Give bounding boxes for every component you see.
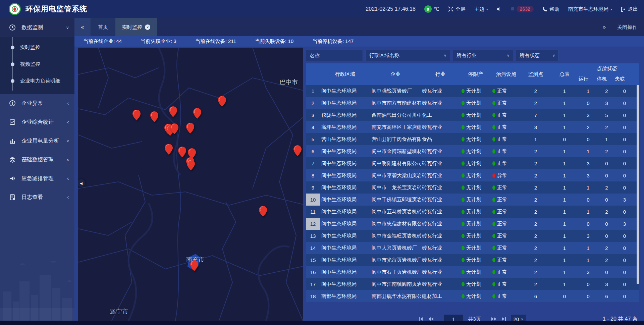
sidebar-item-2[interactable]: 企业异常< [0, 94, 74, 113]
sidebar-subitem-视频监控[interactable]: 视频监控 [0, 56, 74, 72]
halted-count-cell: 0 [597, 173, 616, 178]
region-cell: 阆中生态环境局 [320, 148, 370, 155]
table-row[interactable]: 12阆中生态环境局阆中市忠信建材有限公砖瓦行业无计划正常21003 [306, 218, 639, 230]
close-operations-button[interactable]: 关闭操作 [617, 24, 637, 31]
table-row[interactable]: 13阆中生态环境局阆中市金福旺页岩机砖砖瓦行业无计划正常21300 [306, 230, 639, 242]
map-pin-icon[interactable] [193, 108, 201, 119]
map-pin-icon[interactable] [169, 106, 177, 117]
monitor-points-cell: 2 [521, 281, 550, 287]
map-pin-icon[interactable] [187, 160, 195, 170]
map-pin-icon[interactable] [165, 144, 173, 155]
lost-count-cell: 0 [616, 293, 633, 299]
sidebar-subitem-实时监控[interactable]: 实时监控 [0, 39, 74, 56]
tabs-scroll-right-button[interactable]: » [603, 24, 606, 31]
total-meter-cell: 1 [550, 209, 579, 215]
total-meter-cell: 1 [550, 269, 579, 275]
lost-count-cell: 3 [616, 197, 633, 203]
sidebar-item-5[interactable]: 基础数据管理< [0, 150, 74, 169]
table-row[interactable]: 15阆中生态环境局阆中市光富页岩机砖厂砖瓦行业无计划正常21120 [306, 254, 639, 266]
monitor-points-cell: 2 [521, 88, 550, 94]
map-pin-icon[interactable] [190, 260, 198, 271]
name-filter-input[interactable] [310, 53, 359, 58]
scrollbar-thumb[interactable] [637, 85, 639, 284]
fullscreen-icon [448, 6, 453, 12]
status-dot-icon [492, 185, 495, 190]
map-pin-icon[interactable] [186, 123, 194, 133]
table-row[interactable]: 18南部生态环境局南部县砚华水泥有限公建材加工无计划正常60060 [306, 290, 639, 302]
table-row[interactable]: 8阆中生态环境局阆中市枣碧大梁山页岩砖瓦行业无计划异常21300 [306, 169, 639, 181]
sidebar-item-4[interactable]: 企业用电量分析< [0, 131, 74, 150]
table-row[interactable]: 1阆中生态环境局阆中强锐页岩砖厂砖瓦行业无计划正常21120 [306, 85, 639, 97]
industry-cell: 砖瓦行业 [421, 124, 460, 130]
table-row[interactable]: 5营山生态环境局营山县润丰肉食品有限食品无计划正常10010 [306, 133, 639, 145]
logout-button[interactable]: 退出 [621, 6, 638, 12]
fullscreen-button[interactable]: 全屏 [448, 6, 466, 12]
table-row[interactable]: 16阆中生态环境局阆中市石子页岩机砖厂砖瓦行业无计划正常21300 [306, 266, 639, 278]
status-filter-select[interactable]: 所有状态 ∨ [516, 50, 559, 61]
table-row[interactable]: 14阆中生态环境局阆中大兴页岩机砖厂砖瓦行业无计划正常21120 [306, 242, 639, 254]
stat-value: 3 [173, 38, 176, 44]
running-count-cell: 3 [579, 269, 597, 275]
notifications-button[interactable]: 2632 [510, 6, 534, 12]
region-cell: 仪陇生态环境局 [320, 112, 370, 118]
sidebar-subitem-企业电力负荷明细[interactable]: 企业电力负荷明细 [0, 72, 74, 89]
table-scrollbar[interactable] [637, 85, 639, 311]
map-pin-icon[interactable] [178, 147, 186, 157]
table-row[interactable]: 17阆中生态环境局阆中市江南镇阆南页岩砖瓦行业无计划正常21030 [306, 278, 639, 290]
subcolumn-header-失联: 失联 [611, 76, 629, 82]
status-dot-icon [462, 161, 465, 166]
sidebar-nav: 数据监测∨实时监控视频监控企业电力负荷明细企业异常<企业综合统计<企业用电量分析… [0, 18, 74, 325]
theme-dropdown[interactable]: 主题 ▾ [474, 6, 488, 12]
map-panel[interactable]: 巴中市南充市遂宁市 ◀ [78, 48, 303, 321]
map-pin-icon[interactable] [132, 110, 141, 120]
map-pin-icon[interactable] [293, 145, 302, 156]
company-cell: 阆中市石子页岩机砖厂 [370, 269, 421, 275]
sidebar-item-6[interactable]: 应急减排管理< [0, 169, 74, 188]
status-dot-icon [462, 282, 465, 286]
pollution-facility-cell: 正常 [491, 221, 521, 227]
region-cell: 阆中生态环境局 [320, 257, 370, 263]
lost-count-cell: 0 [616, 233, 633, 239]
row-index-cell: 1 [306, 85, 320, 97]
map-pin-icon[interactable] [170, 123, 178, 134]
map-pin-icon[interactable] [259, 206, 267, 217]
tab-close-icon[interactable]: × [145, 24, 150, 30]
chevron-down-icon: ▾ [486, 7, 488, 11]
tab-实时监控[interactable]: 实时监控× [115, 18, 157, 36]
monitor-points-cell: 2 [521, 257, 550, 263]
company-cell: 阆中市光富页岩机砖厂 [370, 257, 421, 263]
pollution-facility-cell: 正常 [491, 245, 521, 251]
sound-toggle[interactable] [497, 7, 501, 11]
region-filter-select[interactable]: 行政区域名称 ∨ [366, 50, 450, 61]
alert-icon [9, 100, 16, 107]
tabs-scroll-left-button[interactable]: « [74, 18, 91, 36]
tab-首页[interactable]: 首页 [91, 18, 115, 36]
sidebar-submenu: 实时监控视频监控企业电力负荷明细 [0, 37, 74, 94]
map-pin-icon[interactable] [150, 111, 158, 122]
sidebar-item-label: 企业用电量分析 [21, 138, 59, 145]
table-row[interactable]: 11阆中生态环境局阆中市五马桥页岩机砖砖瓦行业无计划正常21120 [306, 206, 639, 218]
sidebar-subitem-label: 企业电力负荷明细 [20, 78, 60, 84]
sidebar-item-1[interactable]: 数据监测∨ [0, 18, 74, 37]
table-row[interactable]: 9阆中生态环境局阆中市二龙长宝页岩砖砖瓦行业无计划正常21120 [306, 181, 639, 194]
company-cell: 阆中千佛镇五郎垭页岩 [370, 197, 421, 203]
table-row[interactable]: 10阆中生态环境局阆中千佛镇五郎垭页岩砖瓦行业无计划正常21003 [306, 194, 639, 206]
sidebar-item-label: 应急减排管理 [21, 175, 54, 182]
map-pin-icon[interactable] [218, 96, 226, 107]
table-row[interactable]: 7阆中生态环境局阆中明阳建材有限公司砖瓦行业无计划正常21300 [306, 157, 639, 169]
total-meter-cell: 0 [550, 137, 579, 142]
sidebar-item-7[interactable]: 日志查看< [0, 188, 74, 207]
org-dropdown[interactable]: 南充市生态环境局 ▾ [568, 6, 612, 12]
pollution-facility-cell: 正常 [491, 124, 521, 130]
industry-filter-select[interactable]: 所有行业 ∨ [453, 50, 513, 61]
production-limit-cell: 无计划 [460, 269, 491, 275]
sidebar-item-3[interactable]: 企业综合统计< [0, 113, 74, 131]
table-row[interactable]: 4高坪生态环境局南充市高坪区王家店建砖瓦行业无计划正常31220 [306, 121, 639, 133]
status-dot-icon [462, 210, 465, 214]
help-button[interactable]: 帮助 [542, 6, 559, 12]
stats-icon [9, 119, 16, 125]
table-row[interactable]: 6阆中生态环境局阆中市金博瑞新型墙材砖瓦行业无计划正常21120 [306, 145, 639, 157]
table-row[interactable]: 3仪陇生态环境局西南油气田分公司川中化工无计划正常71350 [306, 109, 639, 121]
running-count-cell: 0 [579, 293, 597, 299]
table-row[interactable]: 2阆中生态环境局阆中市南方节能建材有砖瓦行业无计划正常21030 [306, 97, 639, 109]
